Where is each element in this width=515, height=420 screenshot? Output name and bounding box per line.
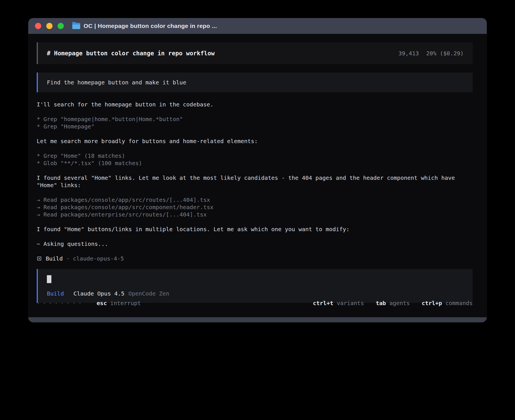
session-header: # Homepage button color change in repo w…	[37, 42, 473, 64]
agent-build-icon	[37, 257, 41, 261]
traffic-lights	[35, 23, 64, 29]
transcript-tool-line: * Grep "Home" (18 matches)	[37, 152, 473, 159]
prompt-input[interactable]: Build Claude Opus 4.5 OpenCode Zen	[37, 269, 473, 303]
token-count: 39,413	[398, 50, 419, 57]
transcript-status-line: ~ Asking questions...	[37, 240, 473, 248]
transcript-text-line: I found several "Home" links. Let me loo…	[37, 174, 473, 189]
close-button[interactable]	[35, 23, 41, 29]
terminal-window: OC | Homepage button color change in rep…	[28, 18, 487, 322]
transcript-text-line: Let me search more broadly for buttons a…	[37, 137, 473, 145]
terminal-content: # Homepage button color change in repo w…	[28, 34, 487, 317]
zoom-button[interactable]	[58, 23, 64, 29]
spinner-dots: ········	[37, 299, 84, 307]
minimize-button[interactable]	[46, 23, 53, 29]
user-message: Find the homepage button and make it blu…	[37, 73, 473, 92]
transcript-tool-line: * Grep "homepage|home.*button|Home.*butt…	[37, 115, 473, 123]
agent-name: Build	[46, 255, 63, 262]
agent-model: claude-opus-4-5	[73, 255, 124, 262]
folder-icon	[72, 23, 80, 29]
transcript-text-line: I'll search for the homepage button in t…	[37, 101, 473, 108]
transcript-text-line: I found "Home" buttons/links in multiple…	[37, 226, 473, 233]
hint-variants: ctrl+t variants	[313, 299, 364, 307]
window-title-group: OC | Homepage button color change in rep…	[72, 23, 217, 29]
provider-name: OpenCode Zen	[128, 290, 169, 297]
statusbar-left: ········ esc interrupt	[37, 299, 141, 307]
window-title: OC | Homepage button color change in rep…	[84, 23, 217, 29]
window-bottom-chrome	[28, 317, 487, 322]
context-usage: 20% ($0.29)	[426, 50, 464, 57]
model-row: Build Claude Opus 4.5 OpenCode Zen	[47, 290, 464, 297]
hint-commands: ctrl+p commands	[422, 299, 473, 307]
transcript-tool-line: * Glob "**/*.tsx" (100 matches)	[37, 159, 473, 167]
hint-agents: tab agents	[376, 299, 410, 307]
hint-interrupt: esc interrupt	[97, 299, 141, 307]
transcript: I'll search for the homepage button in t…	[37, 101, 473, 262]
session-title: # Homepage button color change in repo w…	[47, 50, 215, 57]
model-name: Claude Opus 4.5	[73, 290, 125, 297]
status-bar: ········ esc interrupt ctrl+t variantsta…	[37, 299, 473, 307]
agent-mode-label[interactable]: Build	[47, 290, 64, 297]
transcript-agent-line: Build·claude-opus-4-5	[37, 255, 473, 262]
statusbar-hints: ctrl+t variantstab agentsctrl+p commands	[313, 299, 473, 307]
text-cursor	[47, 275, 51, 283]
transcript-tool-line: → Read packages/console/app/src/routes/[…	[37, 196, 473, 204]
transcript-tool-line: * Grep "Homepage"	[37, 123, 473, 130]
session-meta: 39,413 20% ($0.29)	[398, 50, 464, 57]
transcript-tool-line: → Read packages/enterprise/src/routes/[.…	[37, 211, 473, 218]
user-message-text: Find the homepage button and make it blu…	[47, 79, 186, 86]
transcript-tool-line: → Read packages/console/app/src/componen…	[37, 204, 473, 211]
window-titlebar: OC | Homepage button color change in rep…	[28, 18, 487, 34]
separator-dot: ·	[66, 255, 69, 262]
